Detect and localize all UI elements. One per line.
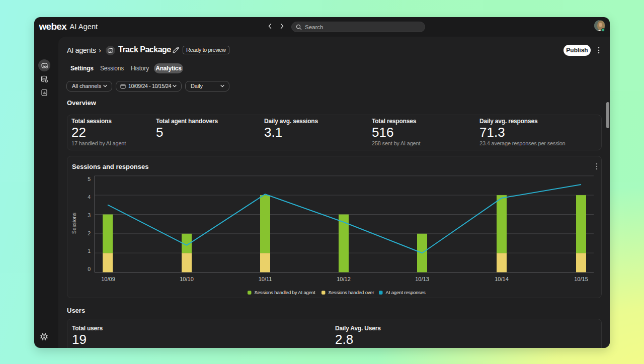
svg-text:5: 5 (88, 176, 91, 182)
svg-text:4: 4 (88, 194, 91, 200)
svg-text:10/14: 10/14 (495, 276, 509, 282)
svg-text:AI agent responses: AI agent responses (386, 290, 426, 295)
svg-text:0: 0 (88, 266, 91, 272)
svg-text:10/10: 10/10 (180, 276, 194, 282)
svg-text:1: 1 (88, 248, 91, 254)
svg-text:Sessions: Sessions (71, 213, 77, 234)
svg-text:10/09: 10/09 (101, 276, 115, 282)
svg-text:Sessions handled by AI agent: Sessions handled by AI agent (255, 290, 315, 295)
svg-text:Sessions handed over: Sessions handed over (329, 290, 374, 295)
svg-text:10/12: 10/12 (337, 276, 351, 282)
svg-text:10/13: 10/13 (415, 276, 429, 282)
svg-text:3: 3 (88, 212, 91, 218)
svg-text:10/15: 10/15 (574, 276, 588, 282)
svg-text:10/11: 10/11 (259, 276, 272, 282)
svg-text:2: 2 (88, 230, 91, 236)
